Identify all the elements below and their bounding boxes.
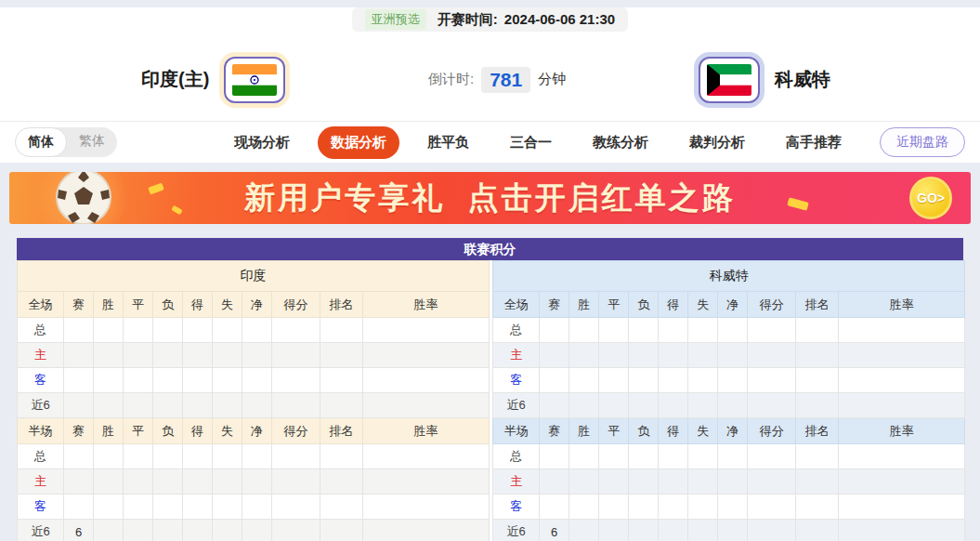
column-header: 平	[599, 292, 629, 318]
stat-cell	[124, 495, 153, 520]
stat-cell	[94, 368, 124, 393]
stat-cell	[796, 393, 839, 418]
stat-cell	[540, 343, 569, 368]
stat-cell	[796, 318, 839, 343]
stat-cell	[839, 444, 965, 469]
stat-cell	[183, 368, 213, 393]
stat-cell	[64, 469, 94, 495]
tab-4[interactable]: 教练分析	[580, 126, 661, 159]
table-row: 主	[18, 469, 490, 495]
row-label: 主	[18, 343, 64, 368]
column-header: 得分	[272, 418, 320, 444]
stat-cell	[272, 368, 320, 393]
column-header: 排名	[796, 292, 839, 318]
tab-1[interactable]: 数据分析	[318, 126, 399, 159]
stat-cell	[94, 318, 124, 343]
stat-cell	[748, 368, 796, 393]
column-header: 得分	[748, 418, 796, 444]
stats-table: 科威特全场赛胜平负得失净得分排名胜率总主客近6半场赛胜平负得失净得分排名胜率总主…	[492, 260, 965, 541]
stat-cell	[540, 469, 569, 495]
column-header: 负	[629, 292, 659, 318]
stat-cell	[540, 393, 569, 418]
stat-cell	[569, 495, 599, 520]
stat-cell	[242, 368, 272, 393]
stat-cell	[569, 368, 599, 393]
column-header: 平	[124, 418, 153, 444]
stat-cell	[718, 469, 748, 495]
table-row: 客	[493, 495, 965, 520]
stat-cell	[213, 393, 242, 418]
column-header-row: 半场赛胜平负得失净得分排名胜率	[493, 418, 965, 444]
column-header: 半场	[493, 418, 540, 444]
stat-cell	[718, 444, 748, 469]
row-label: 客	[18, 368, 64, 393]
tab-6[interactable]: 高手推荐	[773, 126, 855, 159]
stat-cell	[839, 495, 965, 520]
language-toggle: 简体 繁体	[15, 127, 117, 157]
column-header: 平	[599, 418, 629, 444]
recent-trends-button[interactable]: 近期盘路	[880, 127, 965, 157]
stat-cell	[569, 393, 599, 418]
stat-cell	[629, 393, 659, 418]
row-label: 近6	[18, 393, 64, 418]
column-header: 失	[688, 292, 718, 318]
stat-cell	[153, 444, 183, 469]
stat-cell	[540, 368, 569, 393]
column-header: 排名	[796, 418, 839, 444]
stat-cell	[242, 343, 272, 368]
tab-5[interactable]: 裁判分析	[676, 126, 758, 159]
team-name-row: 印度	[18, 261, 490, 292]
stats-table: 印度全场赛胜平负得失净得分排名胜率总主客近6半场赛胜平负得失净得分排名胜率总主客…	[17, 260, 490, 541]
lang-simplified-button[interactable]: 简体	[15, 127, 67, 157]
stat-cell	[569, 520, 599, 541]
stat-cell	[64, 368, 94, 393]
row-label: 总	[18, 444, 64, 469]
home-team: 印度(主)	[141, 57, 285, 103]
stat-cell	[320, 318, 363, 343]
lang-traditional-button[interactable]: 繁体	[67, 127, 117, 157]
stat-cell	[540, 495, 569, 520]
stat-cell	[213, 495, 242, 520]
away-team-stats-table: 科威特全场赛胜平负得失净得分排名胜率总主客近6半场赛胜平负得失净得分排名胜率总主…	[492, 260, 965, 541]
stat-cell	[718, 520, 748, 541]
countdown-label: 倒计时:	[428, 71, 474, 88]
stat-cell	[748, 469, 796, 495]
column-header: 负	[153, 292, 183, 318]
stat-cell	[569, 444, 599, 469]
stat-cell	[599, 444, 629, 469]
table-row: 总	[493, 318, 965, 343]
stat-cell	[569, 469, 599, 495]
column-header: 失	[213, 292, 242, 318]
stat-cell	[748, 343, 796, 368]
stat-cell	[64, 393, 94, 418]
column-header: 得分	[748, 292, 796, 318]
stat-cell	[64, 343, 94, 368]
tab-2[interactable]: 胜平负	[414, 126, 482, 159]
stat-cell	[599, 495, 629, 520]
stat-cell	[124, 318, 153, 343]
league-badge[interactable]: 亚洲预选	[365, 9, 426, 30]
banner-text: 新用户专享礼 点击开启红单之路	[244, 178, 735, 219]
stat-cell	[659, 444, 688, 469]
column-header: 排名	[320, 292, 363, 318]
tab-3[interactable]: 三合一	[497, 126, 565, 159]
stat-cell	[629, 368, 659, 393]
stat-cell	[153, 343, 183, 368]
row-label: 总	[493, 444, 540, 469]
analysis-tabs: 现场分析数据分析胜平负三合一教练分析裁判分析高手推荐	[221, 126, 855, 159]
stat-cell	[688, 343, 718, 368]
row-label: 近6	[493, 393, 540, 418]
stat-cell	[242, 469, 272, 495]
table-row: 近66	[18, 520, 490, 541]
stat-cell	[320, 469, 363, 495]
stat-cell	[213, 368, 242, 393]
tab-0[interactable]: 现场分析	[221, 126, 303, 159]
stat-cell	[242, 393, 272, 418]
match-header: 亚洲预选 开赛时间: 2024-06-06 21:30 印度(主) 倒计时: 7…	[0, 7, 980, 122]
stat-cell	[183, 393, 213, 418]
team-name-row: 科威特	[493, 261, 965, 292]
stat-cell	[272, 343, 320, 368]
go-button[interactable]: GO>	[909, 177, 952, 219]
promo-banner[interactable]: 新用户专享礼 点击开启红单之路 GO>	[9, 172, 971, 224]
row-label: 总	[18, 318, 64, 343]
